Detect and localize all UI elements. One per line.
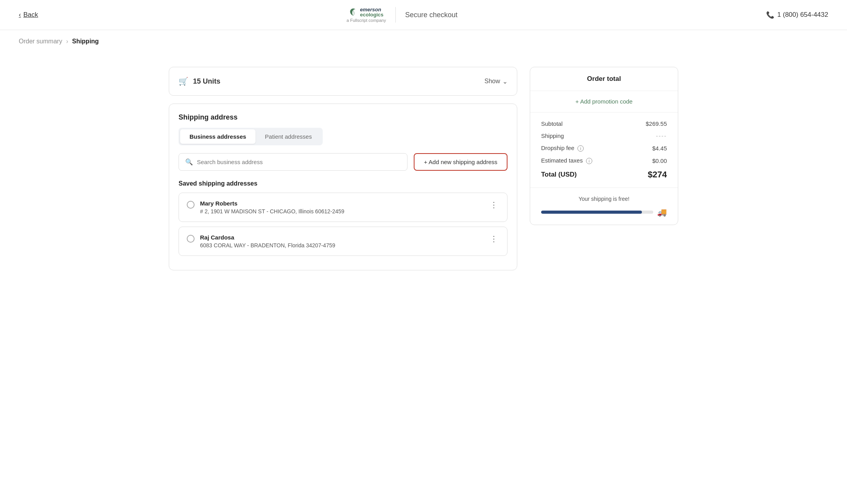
saved-addresses-title: Saved shipping addresses xyxy=(179,180,507,187)
address-info-0: Mary Roberts # 2, 1901 W MADISON ST - CH… xyxy=(200,200,344,214)
address-left-1: Raj Cardosa 6083 CORAL WAY - BRADENTON, … xyxy=(187,234,335,248)
address-tabs: Business addresses Patient addresses xyxy=(179,128,323,145)
breadcrumb-step2: Shipping xyxy=(72,38,98,45)
dropship-info-icon[interactable]: i xyxy=(577,145,584,152)
address-card-1: Raj Cardosa 6083 CORAL WAY - BRADENTON, … xyxy=(179,227,507,256)
phone-contact: 📞 1 (800) 654-4432 xyxy=(766,11,828,19)
address-menu-button-0[interactable]: ⋮ xyxy=(488,200,499,209)
header-divider xyxy=(395,7,396,23)
units-card: 🛒 15 Units Show ⌄ xyxy=(169,67,517,96)
phone-icon: 📞 xyxy=(766,11,774,19)
progress-bar-background xyxy=(541,211,653,214)
dropship-line: Dropship fee i $4.45 xyxy=(541,145,667,152)
back-button[interactable]: ‹ Back xyxy=(19,11,38,19)
logo: emerson ecologics a Fullscript company xyxy=(347,7,386,23)
order-total-card: Order total + Add promotion code Subtota… xyxy=(530,67,678,225)
taxes-label: Estimated taxes i xyxy=(541,157,592,164)
units-row: 🛒 15 Units Show ⌄ xyxy=(179,77,507,86)
progress-row: 🚚 xyxy=(541,207,667,217)
free-shipping-text: Your shipping is free! xyxy=(541,196,667,202)
search-box: 🔍 xyxy=(179,153,407,171)
order-details: Subtotal $269.55 Shipping ---- Dropship … xyxy=(530,113,678,188)
show-button[interactable]: Show ⌄ xyxy=(484,78,507,85)
truck-icon: 🚚 xyxy=(657,207,667,217)
shipping-address-card: Shipping address Business addresses Pati… xyxy=(169,104,517,270)
shipping-value: ---- xyxy=(656,132,667,139)
main-content: 🛒 15 Units Show ⌄ Shipping address Busin… xyxy=(150,54,697,283)
address-line-1: 6083 CORAL WAY - BRADENTON, Florida 3420… xyxy=(200,242,335,248)
address-left-0: Mary Roberts # 2, 1901 W MADISON ST - CH… xyxy=(187,200,344,214)
address-menu-button-1[interactable]: ⋮ xyxy=(488,234,499,243)
subtotal-label: Subtotal xyxy=(541,120,563,127)
logo-subtitle: a Fullscript company xyxy=(347,18,386,23)
address-name-0: Mary Roberts xyxy=(200,200,344,207)
taxes-line: Estimated taxes i $0.00 xyxy=(541,157,667,164)
address-name-1: Raj Cardosa xyxy=(200,234,335,241)
units-left: 🛒 15 Units xyxy=(179,77,220,86)
add-address-button[interactable]: + Add new shipping address xyxy=(414,153,507,171)
breadcrumb-step1: Order summary xyxy=(19,38,62,45)
subtotal-line: Subtotal $269.55 xyxy=(541,120,667,127)
breadcrumb-arrow: › xyxy=(66,38,68,45)
search-icon: 🔍 xyxy=(185,158,193,166)
address-line-0: # 2, 1901 W MADISON ST - CHICAGO, Illino… xyxy=(200,208,344,214)
back-label: Back xyxy=(23,11,38,19)
chevron-down-icon: ⌄ xyxy=(502,78,507,85)
page-header: ‹ Back emerson ecologics a Fullscript co… xyxy=(0,0,847,30)
add-promo-link[interactable]: + Add promotion code xyxy=(575,98,633,105)
address-radio-0[interactable] xyxy=(187,201,195,209)
free-shipping-section: Your shipping is free! 🚚 xyxy=(530,188,678,225)
order-total-header: Order total xyxy=(530,67,678,91)
subtotal-value: $269.55 xyxy=(646,120,667,127)
add-address-label: + Add new shipping address xyxy=(424,159,497,165)
taxes-info-icon[interactable]: i xyxy=(586,158,592,164)
total-value: $274 xyxy=(648,170,667,180)
taxes-value: $0.00 xyxy=(652,157,667,164)
phone-number: 1 (800) 654-4432 xyxy=(777,11,828,19)
address-info-1: Raj Cardosa 6083 CORAL WAY - BRADENTON, … xyxy=(200,234,335,248)
dropship-value: $4.45 xyxy=(652,145,667,152)
progress-bar-fill xyxy=(541,211,642,214)
units-label: 15 Units xyxy=(193,77,220,86)
address-card-0: Mary Roberts # 2, 1901 W MADISON ST - CH… xyxy=(179,193,507,222)
logo-leaf-icon xyxy=(349,8,357,16)
total-label: Total (USD) xyxy=(541,171,577,179)
tab-patient[interactable]: Patient addresses xyxy=(256,129,321,144)
search-input[interactable] xyxy=(197,159,401,165)
tab-business[interactable]: Business addresses xyxy=(180,129,256,144)
left-column: 🛒 15 Units Show ⌄ Shipping address Busin… xyxy=(169,67,517,270)
breadcrumb: Order summary › Shipping xyxy=(0,30,847,45)
show-label: Show xyxy=(484,78,500,85)
search-add-row: 🔍 + Add new shipping address xyxy=(179,153,507,171)
right-column: Order total + Add promotion code Subtota… xyxy=(530,67,678,270)
order-total-title: Order total xyxy=(541,75,667,83)
address-radio-1[interactable] xyxy=(187,235,195,243)
promo-section: + Add promotion code xyxy=(530,91,678,113)
secure-checkout-label: Secure checkout xyxy=(405,11,457,19)
back-arrow-icon: ‹ xyxy=(19,11,21,19)
total-line: Total (USD) $274 xyxy=(541,170,667,180)
header-center: emerson ecologics a Fullscript company S… xyxy=(347,7,457,23)
dropship-label: Dropship fee i xyxy=(541,145,584,152)
shipping-label: Shipping xyxy=(541,132,564,139)
shipping-line: Shipping ---- xyxy=(541,132,667,139)
shipping-section-title: Shipping address xyxy=(179,113,507,122)
cart-icon: 🛒 xyxy=(179,77,188,86)
